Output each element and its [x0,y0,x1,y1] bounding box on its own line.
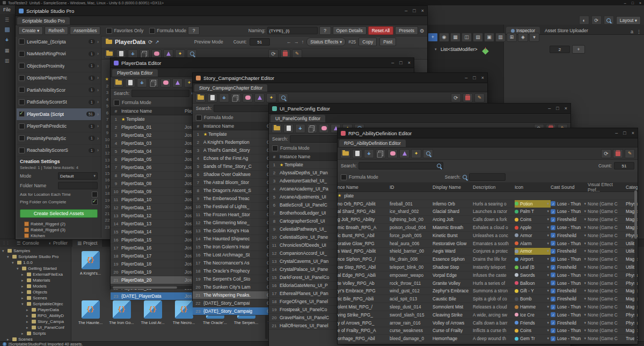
table-row[interactable]: tic Bile_RPG_Abili acid_spit_013 Caustic… [338,295,638,303]
new-file-icon[interactable] [116,49,126,58]
duplicate-icon[interactable] [140,49,150,58]
table-row[interactable]: ving Strike_RPG_ sword_slash_015 Cleavin… [338,311,638,319]
refresh-icon[interactable]: ⟳ [601,149,611,158]
icon-dropdown-cell[interactable]: Friends▾ [515,319,551,327]
chevron-right-icon[interactable]: › [97,51,99,56]
column-header[interactable]: Instance Name [121,108,185,114]
close-button[interactable]: × [565,106,567,111]
type-checkbox[interactable] [19,99,25,105]
table-row[interactable]: al Edge_RPG_Abili empower_weapo Vorpal E… [338,271,638,279]
project-tree-item[interactable]: ▾ 1.0.0 [0,260,71,266]
icon-dropdown-cell[interactable]: Airport▾ [515,255,551,263]
account-icon[interactable]: ◐ [579,16,589,25]
cast-sound-dropdown-cell[interactable]: ♪Lose - Thun▾ [551,255,588,263]
cast-sound-dropdown-cell[interactable]: ♪Lose - Thun▾ [551,327,588,335]
new-file-icon[interactable] [283,124,294,133]
search-icon[interactable] [604,16,614,25]
asset-item[interactable]: {} The Iron Go... [107,300,136,325]
add-icon[interactable]: + [295,124,305,133]
cast-sound-dropdown-cell[interactable]: ♪Lose - Thun▾ [551,208,588,216]
kebab-menu-icon[interactable]: ⋮ [636,29,641,34]
paste-button[interactable]: Past [379,38,396,46]
column-header[interactable]: ID [390,183,433,192]
tool-view-icon[interactable]: ◉ [439,33,449,42]
type-checkbox[interactable] [19,123,25,129]
type-checkbox[interactable] [19,148,25,153]
naming-help-button[interactable]: ? [319,26,331,35]
hamburger-menu-icon[interactable]: ☰ [5,17,9,23]
type-checkbox[interactable] [19,51,25,57]
drag-handle-icon[interactable]: ⋮⋮ [2,241,10,245]
chevron-down-icon[interactable]: ▾ [17,267,20,271]
project-tree-item[interactable]: ▸ PlayerData [0,307,71,313]
minimize-button[interactable]: – [615,130,618,136]
close-button[interactable]: × [408,60,411,65]
pig-icon[interactable] [151,49,162,58]
brush-icon[interactable]: ✎ [292,49,302,58]
menu-file[interactable]: File [3,7,11,12]
visual-effect-cell[interactable]: None (Game C [588,271,626,279]
hierarchy-item[interactable]: Rabbit_Rigged (2) [17,221,101,227]
minimize-button[interactable]: – [465,75,467,80]
visual-effect-cell[interactable]: None (Game C [588,255,626,263]
icon-dropdown-cell[interactable]: Bomb▾ [515,295,551,303]
hierarchy-item[interactable]: Rabbit_Rigged (3) [17,227,101,233]
pig-icon[interactable] [387,149,398,158]
tab-profiler[interactable]: ◐Profiler [44,239,72,247]
status-effects-dropdown[interactable]: Status Effects ▾ [306,38,346,46]
close-button[interactable]: × [632,130,634,136]
pig-icon[interactable] [243,93,253,102]
icon-dropdown-cell[interactable]: Gem Tr▾ [515,335,551,342]
cast-sound-dropdown-cell[interactable]: ♪Lose - Thun▾ [551,311,588,319]
pig-icon[interactable] [160,78,171,87]
column-header[interactable]: # [111,109,121,114]
copy-button[interactable]: Copy [358,38,377,46]
flask-icon[interactable] [172,78,182,87]
type-list-item[interactable]: PlayerData (Script 51 › [17,108,101,121]
tab-scriptable-studio-pro[interactable]: Scriptable Studio Pro [17,17,70,25]
new-folder-icon[interactable] [195,93,206,102]
new-folder-icon[interactable] [113,78,123,87]
new-file-icon[interactable] [207,93,217,102]
secondary-search-input[interactable] [469,173,506,181]
table-row[interactable]: g Jolt_RPG_Ability lightning_bolt_00 Arc… [338,216,638,224]
project-tree-item[interactable]: ▸ UI_PanelConf [0,325,71,330]
hierarchy-item[interactable]: Kitchen [17,233,101,238]
refresh-icon[interactable]: ⟳ [268,49,279,58]
icon-dropdown-cell[interactable]: Armor▾ [515,232,551,239]
tab-console[interactable]: ☰Console [12,239,44,247]
visual-effect-cell[interactable]: None (Game C [588,216,626,223]
cloud-icon[interactable]: ⟳ [591,16,602,25]
column-header[interactable]: Instance Name [203,123,267,129]
visual-effect-cell[interactable]: None (Game C [588,200,626,208]
visual-effect-cell[interactable] [588,192,626,200]
formula-mode-checkbox[interactable] [341,174,347,180]
visual-effect-cell[interactable]: None (Game C [588,208,626,216]
project-tree-item[interactable]: ▸ ExternalFileExa [0,271,71,277]
ping-folder-checkbox[interactable] [92,199,98,205]
project-tree-item[interactable]: ▸ RPG_AbilityD [0,313,71,319]
flask-icon[interactable] [163,49,173,58]
mode-dropdown[interactable]: Default▾ [58,172,98,180]
table-row[interactable]: y of Arrows_RPG_ arrow_rain_016 Volley o… [338,319,638,327]
column-header[interactable]: Instance Name [280,154,343,159]
type-list-item[interactable]: PartialVisibilityScor 1 › [17,84,101,97]
table-row[interactable]: no Orb_RPG_Abilit fireball_001 Inferno O… [338,200,638,208]
asset-item[interactable]: {} The Haunte... [76,300,105,325]
minimize-button[interactable]: – [391,60,394,65]
type-checkbox[interactable] [19,87,25,93]
search-input[interactable] [214,105,272,112]
chevron-right-icon[interactable]: ▸ [26,320,30,324]
refresh-icon[interactable]: ⟳ [148,39,152,45]
statmodifier-add-button[interactable]: + [572,45,585,54]
chevron-right-icon[interactable]: › [97,112,99,117]
chevron-right-icon[interactable]: › [97,63,99,69]
type-list-item[interactable]: OppositePlayersPrc 1 › [17,72,101,85]
visual-effect-cell[interactable]: None (Game C [588,311,626,319]
project-tree-item[interactable]: ▸ Scripts [0,330,71,336]
minimize-button[interactable]: – [405,8,407,13]
table-row[interactable]: orative Glow_RPG heal_aura_006 Restorati… [338,240,638,248]
search-icon[interactable] [187,49,197,58]
column-header[interactable]: # [193,124,203,129]
table-row[interactable]: ntum Strike_RPG swift_strike_019 Momentu… [338,343,638,344]
